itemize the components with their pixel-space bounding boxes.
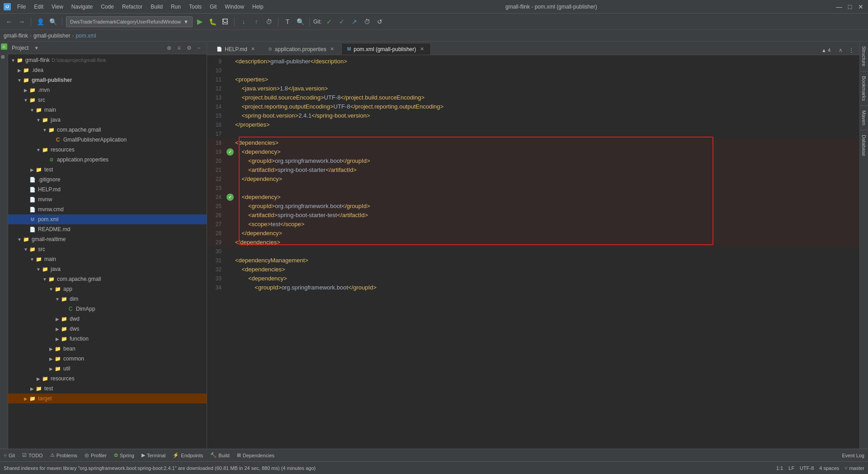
- problems-tool[interactable]: ⚠ Problems: [50, 452, 77, 458]
- breadcrumb-pom[interactable]: pom.xml: [75, 33, 96, 39]
- status-encoding[interactable]: UTF-8: [800, 465, 814, 471]
- code-28[interactable]: </dependency>: [235, 229, 859, 238]
- tree-item-gmall-publisher-app[interactable]: C GmallPublisherApplication: [8, 135, 207, 145]
- code-32[interactable]: <dependencies>: [235, 265, 859, 274]
- run-button[interactable]: ▶: [194, 16, 205, 27]
- toolbar-git-push[interactable]: ↑: [251, 16, 262, 27]
- profiler-tool[interactable]: ◎ Profiler: [85, 452, 107, 458]
- tab-close-help[interactable]: ✕: [250, 46, 256, 52]
- tab-close-pom[interactable]: ✕: [419, 46, 425, 52]
- status-line-ending[interactable]: LF: [788, 465, 794, 471]
- database-tab[interactable]: Database: [860, 130, 868, 161]
- code-11[interactable]: <properties>: [235, 75, 859, 84]
- toolbar-search2[interactable]: 🔍: [295, 16, 306, 27]
- tree-item-mvnw-cmd[interactable]: 📄 mvnw.cmd: [8, 204, 207, 214]
- tree-item-dws[interactable]: ▶ 📁 dws: [8, 324, 207, 334]
- code-13[interactable]: <project.build.sourceEncoding>UTF-8</pro…: [235, 93, 859, 102]
- tree-item-idea[interactable]: ▶ 📁 .idea: [8, 65, 207, 75]
- code-17[interactable]: [235, 129, 859, 138]
- git-check[interactable]: ✓: [324, 16, 335, 27]
- tree-item-gmall-flink[interactable]: ▼ 📁 gmall-flink D:\ideaproject\gmall-fli…: [8, 55, 207, 65]
- run-config-dropdown[interactable]: DwsTradeTrademarkCategoryUserRefundWindo…: [66, 16, 193, 27]
- menu-build[interactable]: Build: [147, 3, 166, 11]
- tab-action-more[interactable]: ⋮: [847, 46, 856, 55]
- code-12[interactable]: <java.version>1.8</java.version>: [235, 84, 859, 93]
- tree-item-gitignore[interactable]: 📄 .gitignore: [8, 175, 207, 185]
- tree-item-resources2[interactable]: ▶ 📁 resources: [8, 374, 207, 384]
- terminal-tool[interactable]: ▶ Terminal: [142, 452, 166, 458]
- project-locate-btn[interactable]: ⊕: [165, 44, 173, 52]
- toolbar-refresh[interactable]: ↺: [374, 16, 385, 27]
- code-29[interactable]: </dependencies>: [235, 238, 859, 247]
- code-19[interactable]: <dependency>: [235, 147, 859, 156]
- tree-item-gmall-realtime[interactable]: ▼ 📁 gmall-realtime: [8, 234, 207, 244]
- toolbar-git-log[interactable]: ⏱: [264, 16, 274, 27]
- code-21[interactable]: <artifactId>spring-boot-starter</artifac…: [235, 166, 859, 175]
- code-24[interactable]: <dependency>: [235, 193, 859, 202]
- minimize-button[interactable]: —: [835, 3, 843, 10]
- menu-help[interactable]: Help: [249, 3, 267, 11]
- menu-git[interactable]: Git: [206, 3, 220, 11]
- menu-window[interactable]: Window: [221, 3, 248, 11]
- debug-button[interactable]: 🐛: [207, 16, 218, 27]
- toolbar-forward[interactable]: →: [16, 16, 27, 27]
- tree-item-test[interactable]: ▶ 📁 test: [8, 165, 207, 175]
- tree-item-src2[interactable]: ▼ 📁 src: [8, 244, 207, 254]
- bookmark-icon[interactable]: ⊞: [1, 54, 7, 61]
- code-16[interactable]: </properties>: [235, 120, 859, 129]
- dependencies-tool[interactable]: ⊞ Dependencies: [237, 452, 274, 458]
- maven-tab[interactable]: Maven: [860, 106, 868, 130]
- tree-item-main[interactable]: ▼ 📁 main: [8, 105, 207, 115]
- tab-close-app-prop[interactable]: ✕: [329, 46, 335, 52]
- tree-item-bean[interactable]: ▶ 📁 bean: [8, 344, 207, 354]
- project-dropdown-icon[interactable]: ▼: [34, 45, 39, 51]
- toolbar-translate[interactable]: T: [282, 16, 293, 27]
- code-15[interactable]: <spring-boot.version>2.4.1</spring-boot.…: [235, 111, 859, 120]
- code-scroll-area[interactable]: 9 <description>gmall-publisher</descript…: [207, 55, 859, 449]
- code-9[interactable]: <description>gmall-publisher</descriptio…: [235, 57, 859, 66]
- code-31[interactable]: <dependencyManagement>: [235, 256, 859, 265]
- tree-item-mvnw[interactable]: 📄 mvnw: [8, 194, 207, 204]
- code-14[interactable]: <project.reporting.outputEncoding>UTF-8<…: [235, 102, 859, 111]
- close-button[interactable]: ✕: [857, 3, 864, 10]
- git-tool[interactable]: ⑂ Git: [4, 453, 15, 458]
- tree-item-com-apache-gmall[interactable]: ▼ 📁 com.apache.gmall: [8, 125, 207, 135]
- maximize-button[interactable]: □: [846, 3, 854, 10]
- tab-app-prop[interactable]: ⚙ application.properties ✕: [262, 43, 341, 55]
- code-22[interactable]: </dependency>: [235, 175, 859, 184]
- tree-item-dim[interactable]: ▼ 📁 dim: [8, 294, 207, 304]
- tree-item-gmall-publisher[interactable]: ▼ 📁 gmall-publisher: [8, 75, 207, 85]
- tree-item-common[interactable]: ▶ 📁 common: [8, 354, 207, 364]
- tree-item-util[interactable]: ▶ 📁 util: [8, 364, 207, 374]
- build-tool[interactable]: 🔨 Build: [210, 452, 229, 458]
- tab-action-expand[interactable]: ∧: [836, 46, 845, 55]
- tab-pom[interactable]: M pom.xml (gmall-publisher) ✕: [341, 43, 431, 55]
- project-close-btn[interactable]: −: [195, 44, 203, 52]
- code-18[interactable]: <dependencies>: [235, 138, 859, 147]
- tree-item-test2[interactable]: ▶ 📁 test: [8, 384, 207, 393]
- structure-tab[interactable]: Structure: [860, 42, 868, 71]
- tree-item-java2[interactable]: ▼ 📁 java: [8, 264, 207, 274]
- todo-tool[interactable]: ☑ TODO: [22, 452, 43, 458]
- menu-code[interactable]: Code: [97, 3, 118, 11]
- code-20[interactable]: <groupId>org.springframework.boot</group…: [235, 156, 859, 166]
- tree-item-app-properties[interactable]: ⚙ application.properties: [8, 155, 207, 165]
- tree-item-readme[interactable]: 📄 README.md: [8, 224, 207, 234]
- tree-item-help-md[interactable]: 📄 HELP.md: [8, 185, 207, 194]
- status-branch[interactable]: ⑂ master: [844, 465, 864, 471]
- toolbar-profile[interactable]: 👤: [35, 16, 46, 27]
- spring-tool[interactable]: ✿ Spring: [114, 452, 134, 458]
- tree-item-com-apache-gmall2[interactable]: ▼ 📁 com.apache.gmall: [8, 274, 207, 284]
- tree-item-src[interactable]: ▼ 📁 src: [8, 95, 207, 105]
- git-arrow-up[interactable]: ↗: [349, 16, 360, 27]
- menu-run[interactable]: Run: [167, 3, 184, 11]
- tree-item-main2[interactable]: ▼ 📁 main: [8, 254, 207, 264]
- menu-tools[interactable]: Tools: [185, 3, 205, 11]
- menu-file[interactable]: File: [14, 3, 29, 11]
- tree-item-dwd[interactable]: ▶ 📁 dwd: [8, 314, 207, 324]
- code-25[interactable]: <groupId>org.springframework.boot</group…: [235, 202, 859, 211]
- code-34[interactable]: <groupId>org.springframework.boot</group…: [235, 283, 859, 292]
- code-10[interactable]: [235, 66, 859, 75]
- tree-item-java[interactable]: ▼ 📁 java: [8, 115, 207, 125]
- code-23[interactable]: [235, 184, 859, 193]
